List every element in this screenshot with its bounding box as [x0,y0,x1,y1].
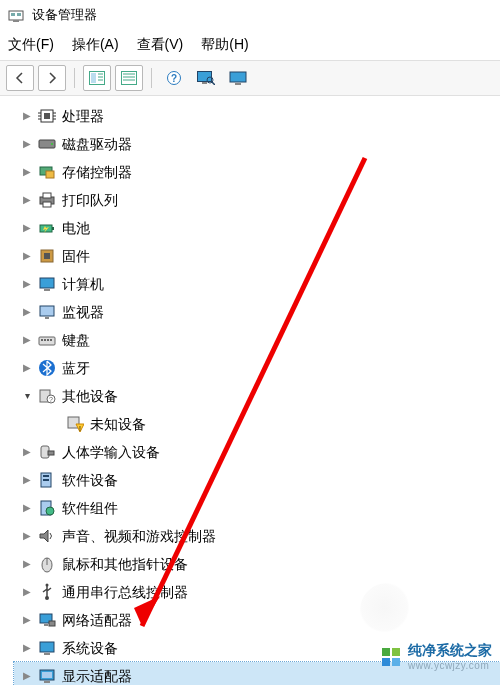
svg-rect-71 [44,653,50,655]
watermark-ghost [360,583,414,637]
tree-item-unknown-device[interactable]: ! 未知设备 [14,410,500,438]
hid-icon [38,443,56,461]
unknown-device-icon: ! [66,415,84,433]
tree-item-processors[interactable]: ▶ 处理器 [14,102,500,130]
svg-rect-57 [48,451,54,455]
svg-rect-22 [44,113,50,119]
tree-item-label: 网络适配器 [62,613,132,627]
bluetooth-icon [38,359,56,377]
svg-point-66 [46,584,49,587]
printer-icon [38,191,56,209]
chevron-right-icon: ▶ [22,307,32,317]
tree-item-label: 固件 [62,249,90,263]
tree-item-label: 打印队列 [62,193,118,207]
watermark-text: 纯净系统之家 [408,642,492,660]
svg-rect-16 [202,82,207,84]
tree-item-storage-controllers[interactable]: ▶ 存储控制器 [14,158,500,186]
sound-icon [38,527,56,545]
toolbar-separator [74,68,75,88]
tree-item-software-components[interactable]: ▶ 软件组件 [14,494,500,522]
svg-rect-9 [122,72,137,85]
tree-item-mice[interactable]: ▶ 鼠标和其他指针设备 [14,550,500,578]
tree-item-software-devices[interactable]: ▶ 软件设备 [14,466,500,494]
svg-rect-74 [44,681,50,683]
tree-item-label: 监视器 [62,305,104,319]
tree-item-hid[interactable]: ▶ 人体学输入设备 [14,438,500,466]
chevron-right-icon: ▶ [22,251,32,261]
tree-item-monitors[interactable]: ▶ 监视器 [14,298,500,326]
toolbar-separator [151,68,152,88]
chevron-right-icon: ▶ [22,531,32,541]
tree-item-sound-video-game[interactable]: ▶ 声音、视频和游戏控制器 [14,522,500,550]
svg-rect-77 [392,648,400,656]
svg-rect-15 [198,72,212,82]
svg-rect-79 [392,658,400,666]
svg-point-30 [51,143,53,145]
svg-rect-68 [44,624,48,626]
panel-icon [89,71,105,85]
watermark-logo-icon [380,646,402,668]
svg-rect-78 [382,658,390,666]
tree-item-label: 存储控制器 [62,165,132,179]
svg-rect-41 [44,289,50,291]
svg-rect-34 [43,193,51,198]
tree-item-print-queues[interactable]: ▶ 打印队列 [14,186,500,214]
computer-icon [38,275,56,293]
chevron-right-icon: ▶ [22,587,32,597]
disk-icon [38,135,56,153]
menu-view[interactable]: 查看(V) [137,36,184,54]
arrow-right-icon [45,71,59,85]
svg-rect-37 [52,227,54,230]
tree-item-usb[interactable]: ▶ 通用串行总线控制器 [14,578,500,606]
monitor-button[interactable] [224,65,252,91]
help-button[interactable]: ? [160,65,188,91]
tree-item-other-devices[interactable]: ▾ ? 其他设备 [14,382,500,410]
back-button[interactable] [6,65,34,91]
menu-file[interactable]: 文件(F) [8,36,54,54]
chevron-right-icon: ▶ [22,167,32,177]
usb-icon [38,583,56,601]
tree-item-bluetooth[interactable]: ▶ 蓝牙 [14,354,500,382]
properties-button[interactable] [115,65,143,91]
tree-item-firmware[interactable]: ▶ 固件 [14,242,500,270]
chevron-right-icon: ▶ [22,223,32,233]
tree-item-computer[interactable]: ▶ 计算机 [14,270,500,298]
tree-item-disk-drives[interactable]: ▶ 磁盘驱动器 [14,130,500,158]
monitor-icon [38,303,56,321]
svg-rect-3 [13,20,19,22]
tree-item-network-adapters[interactable]: ▶ 网络适配器 [14,606,500,634]
svg-rect-19 [230,72,246,82]
keyboard-icon [38,331,56,349]
svg-rect-48 [50,339,52,341]
display-adapter-icon [38,667,56,685]
menubar: 文件(F) 操作(A) 查看(V) 帮助(H) [0,32,500,60]
tree-item-label: 键盘 [62,333,90,347]
tree-item-batteries[interactable]: ▶ 电池 [14,214,500,242]
menu-help[interactable]: 帮助(H) [201,36,248,54]
mouse-icon [38,555,56,573]
chevron-right-icon: ▶ [22,559,32,569]
svg-rect-32 [46,171,54,178]
arrow-left-icon [13,71,27,85]
svg-rect-76 [382,648,390,656]
scan-button[interactable] [192,65,220,91]
svg-rect-1 [11,13,15,16]
device-tree[interactable]: ▶ 处理器 ▶ 磁盘驱动器 ▶ 存储控制器 ▶ 打印队列 ▶ 电池 ▶ 固件 ▶… [0,96,500,685]
svg-rect-40 [40,278,54,288]
other-devices-icon: ? [38,387,56,405]
storage-controller-icon [38,163,56,181]
show-hidden-button[interactable] [83,65,111,91]
battery-icon [38,219,56,237]
tree-item-keyboards[interactable]: ▶ 键盘 [14,326,500,354]
svg-rect-45 [41,339,43,341]
tree-item-label: 其他设备 [62,389,118,403]
chevron-right-icon: ▶ [22,195,32,205]
watermark: 纯净系统之家 www.ycwjzy.com [380,642,492,671]
tree-item-label: 处理器 [62,109,104,123]
menu-action[interactable]: 操作(A) [72,36,119,54]
chevron-right-icon: ▶ [22,279,32,289]
svg-rect-73 [42,672,52,678]
forward-button[interactable] [38,65,66,91]
firmware-icon [38,247,56,265]
titlebar: 设备管理器 [0,0,500,32]
